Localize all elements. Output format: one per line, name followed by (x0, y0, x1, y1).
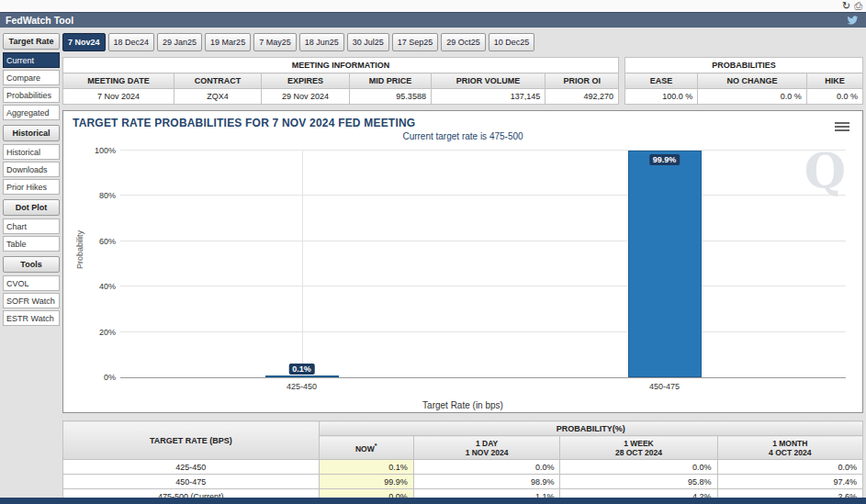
chart-plot-area: 0% 20% 40% 60% 80% 100% 0.1% 99.9% (120, 151, 846, 378)
contract-value: ZQX4 (174, 89, 262, 105)
y-tick: 20% (99, 328, 116, 337)
tab-10-dec25[interactable]: 10 Dec25 (489, 33, 535, 51)
table-row: 425-450 0.1% 0.0% 0.0% 0.0% (63, 460, 863, 475)
prior-oi-value: 492,270 (545, 89, 619, 105)
sidebar-item-aggregated[interactable]: Aggregated (3, 105, 60, 120)
rate-425-450: 425-450 (63, 460, 320, 475)
print-icon[interactable]: ⎙ (854, 0, 862, 11)
refresh-icon[interactable]: ↻ (842, 0, 850, 11)
sidebar: Target Rate Current Compare Probabilitie… (3, 31, 62, 498)
bar-label-425-450: 0.1% (288, 364, 315, 375)
sidebar-item-sofr-watch[interactable]: SOFR Watch (3, 293, 60, 308)
day-425-450: 0.0% (413, 460, 560, 475)
x-tick-450-475: 450-475 (649, 382, 680, 391)
col-prior-volume[interactable]: PRIOR VOLUME (431, 73, 545, 89)
app-titlebar: FedWatch Tool (0, 12, 866, 28)
sidebar-item-estr-watch[interactable]: ESTR Watch (3, 310, 60, 326)
twitter-icon[interactable] (847, 15, 859, 27)
tab-19-mar25[interactable]: 19 Mar25 (205, 33, 251, 51)
now-450-475: 99.9% (319, 475, 413, 489)
tab-17-sep25[interactable]: 17 Sep25 (392, 33, 439, 51)
bar-450-475[interactable] (628, 151, 702, 377)
meeting-information-table: MEETING INFORMATION MEETING DATE CONTRAC… (62, 57, 619, 105)
main-area: 7 Nov24 18 Dec24 29 Jan25 19 Mar25 7 May… (62, 31, 863, 498)
y-axis-title: Probability (75, 230, 84, 269)
mid-price-value: 95.3588 (350, 89, 432, 105)
week-425-450: 0.0% (560, 460, 717, 475)
bar-label-450-475: 99.9% (649, 154, 680, 165)
table-row: 450-475 99.9% 98.9% 95.8% 97.4% (63, 475, 863, 489)
browser-top-strip: ↻ ⎙ (0, 0, 866, 12)
y-tick: 40% (99, 282, 116, 291)
tab-18-jun25[interactable]: 18 Jun25 (299, 33, 344, 51)
rate-450-475: 450-475 (63, 475, 320, 489)
expires-value: 29 Nov 2024 (262, 89, 350, 105)
sidebar-section-target-rate: Target Rate (3, 33, 60, 50)
y-tick: 100% (95, 146, 116, 155)
col-prior-oi[interactable]: PRIOR OI (545, 73, 619, 89)
bottom-accent-bar (0, 498, 866, 504)
col-mid-price[interactable]: MID PRICE (350, 73, 432, 89)
col-now[interactable]: NOW* (319, 436, 413, 460)
no-change-value: 0.0 % (698, 89, 807, 105)
y-tick: 0% (104, 373, 116, 382)
sidebar-item-historical[interactable]: Historical (3, 144, 60, 160)
sidebar-item-current[interactable]: Current (3, 52, 60, 68)
now-425-450: 0.1% (319, 460, 413, 475)
tab-7-may25[interactable]: 7 May25 (253, 33, 297, 51)
col-hike[interactable]: HIKE (806, 73, 862, 89)
col-1-day[interactable]: 1 DAY1 NOV 2024 (413, 436, 560, 460)
sidebar-item-table[interactable]: Table (3, 236, 60, 252)
chart-title: TARGET RATE PROBABILITIES FOR 7 NOV 2024… (73, 117, 853, 129)
col-1-week[interactable]: 1 WEEK28 OCT 2024 (560, 436, 717, 460)
y-tick: 60% (99, 237, 116, 246)
month-450-475: 97.4% (717, 475, 863, 489)
col-no-change[interactable]: NO CHANGE (698, 73, 807, 89)
x-axis-title: Target Rate (in bps) (73, 400, 853, 410)
chart-panel: TARGET RATE PROBABILITIES FOR 7 NOV 2024… (62, 110, 863, 413)
chart-subtitle: Current target rate is 475-500 (73, 131, 853, 141)
page-content: Target Rate Current Compare Probabilitie… (0, 28, 866, 498)
tab-29-jan25[interactable]: 29 Jan25 (157, 33, 202, 51)
sidebar-item-downloads[interactable]: Downloads (3, 162, 60, 177)
probabilities-title: PROBABILITIES (625, 58, 863, 73)
sidebar-section-tools: Tools (3, 256, 60, 273)
meeting-info-title: MEETING INFORMATION (63, 58, 619, 73)
sidebar-item-compare[interactable]: Compare (3, 70, 60, 85)
probabilities-table: PROBABILITIES EASE NO CHANGE HIKE 100.0 … (624, 57, 863, 105)
chart-menu-icon[interactable] (835, 120, 849, 133)
x-tick-425-450: 425-450 (287, 382, 317, 391)
sidebar-item-cvol[interactable]: CVOL (3, 275, 60, 291)
tab-18-dec24[interactable]: 18 Dec24 (108, 33, 155, 51)
sidebar-item-chart[interactable]: Chart (3, 218, 60, 234)
col-expires[interactable]: EXPIRES (262, 73, 350, 89)
tab-7-nov24[interactable]: 7 Nov24 (62, 33, 106, 51)
month-425-450: 0.0% (717, 460, 863, 475)
sidebar-section-historical: Historical (3, 125, 60, 141)
bar-425-450[interactable] (265, 375, 339, 377)
ease-value: 100.0 % (625, 89, 698, 105)
sidebar-section-dot-plot: Dot Plot (3, 199, 60, 216)
probability-history-table: TARGET RATE (BPS) PROBABILITY(%) NOW* 1 … (62, 420, 863, 504)
col-meeting-date[interactable]: MEETING DATE (63, 73, 174, 89)
prior-volume-value: 137,145 (431, 89, 545, 105)
day-450-475: 98.9% (413, 475, 560, 489)
meeting-tabs: 7 Nov24 18 Dec24 29 Jan25 19 Mar25 7 May… (62, 33, 863, 51)
sidebar-item-prior-hikes[interactable]: Prior Hikes (3, 179, 60, 195)
col-target-rate-bps[interactable]: TARGET RATE (BPS) (63, 421, 320, 460)
y-tick: 80% (99, 191, 116, 200)
col-contract[interactable]: CONTRACT (174, 73, 262, 89)
tab-30-jul25[interactable]: 30 Jul25 (347, 33, 389, 51)
col-ease[interactable]: EASE (625, 73, 698, 89)
col-1-month[interactable]: 1 MONTH4 OCT 2024 (717, 436, 863, 460)
hike-value: 0.0 % (806, 89, 862, 105)
meeting-date-value: 7 Nov 2024 (63, 89, 174, 105)
group-header-probability: PROBABILITY(%) (319, 421, 862, 436)
week-450-475: 95.8% (560, 475, 717, 489)
app-title: FedWatch Tool (6, 15, 73, 26)
sidebar-item-probabilities[interactable]: Probabilities (3, 87, 60, 103)
tab-29-oct25[interactable]: 29 Oct25 (441, 33, 486, 51)
